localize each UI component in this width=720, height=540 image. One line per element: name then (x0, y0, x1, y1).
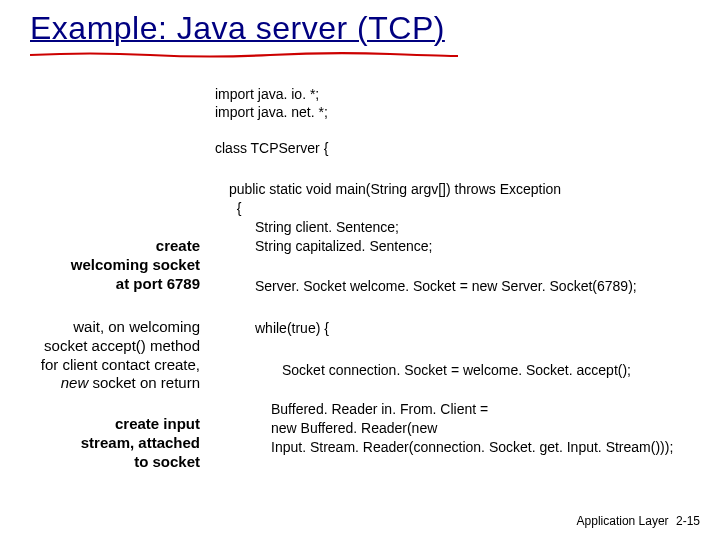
anno-emph: new (61, 374, 89, 391)
title-wrap: Example: Java server (TCP) (30, 10, 445, 47)
code-block: Buffered. Reader in. From. Client = new … (271, 400, 673, 457)
annotation-input-stream: create input stream, attached to socket (20, 415, 200, 471)
code-line: new Buffered. Reader(new (271, 419, 673, 438)
anno-line: for client contact create, (0, 356, 200, 375)
anno-line: create (20, 237, 200, 256)
anno-line: new socket on return (0, 374, 200, 393)
anno-line: create input (20, 415, 200, 434)
code-line: Server. Socket welcome. Socket = new Ser… (255, 278, 637, 294)
annotation-accept: wait, on welcoming socket accept() metho… (0, 318, 200, 393)
code-line: while(true) { (255, 320, 329, 336)
title-accent-underline (30, 52, 458, 56)
code-class-decl: class TCPServer { (215, 140, 328, 156)
code-line: import java. io. *; (215, 85, 328, 103)
annotation-create-welcoming-socket: create welcoming socket at port 6789 (20, 237, 200, 293)
code-imports: import java. io. *; import java. net. *; (215, 85, 328, 121)
anno-line: wait, on welcoming (0, 318, 200, 337)
slide-title: Example: Java server (TCP) (30, 10, 445, 46)
footer-label: Application Layer (577, 514, 669, 528)
anno-line: stream, attached (20, 434, 200, 453)
footer-page: 2-15 (676, 514, 700, 528)
code-line: Input. Stream. Reader(connection. Socket… (271, 438, 673, 457)
anno-line: welcoming socket (20, 256, 200, 275)
code-line: Socket connection. Socket = welcome. Soc… (282, 362, 631, 378)
anno-line: socket accept() method (0, 337, 200, 356)
anno-text: socket on return (88, 374, 200, 391)
code-line: String client. Sentence; (255, 218, 432, 237)
footer: Application Layer 2-15 (577, 514, 700, 528)
code-line: String capitalized. Sentence; (255, 237, 432, 256)
code-line: import java. net. *; (215, 103, 328, 121)
anno-line: at port 6789 (20, 275, 200, 294)
anno-line: to socket (20, 453, 200, 472)
code-main-line: public static void main(String argv[]) t… (225, 180, 561, 218)
slide: Example: Java server (TCP) import java. … (0, 0, 720, 540)
code-line: Buffered. Reader in. From. Client = (271, 400, 673, 419)
code-block: String client. Sentence; String capitali… (255, 218, 432, 256)
